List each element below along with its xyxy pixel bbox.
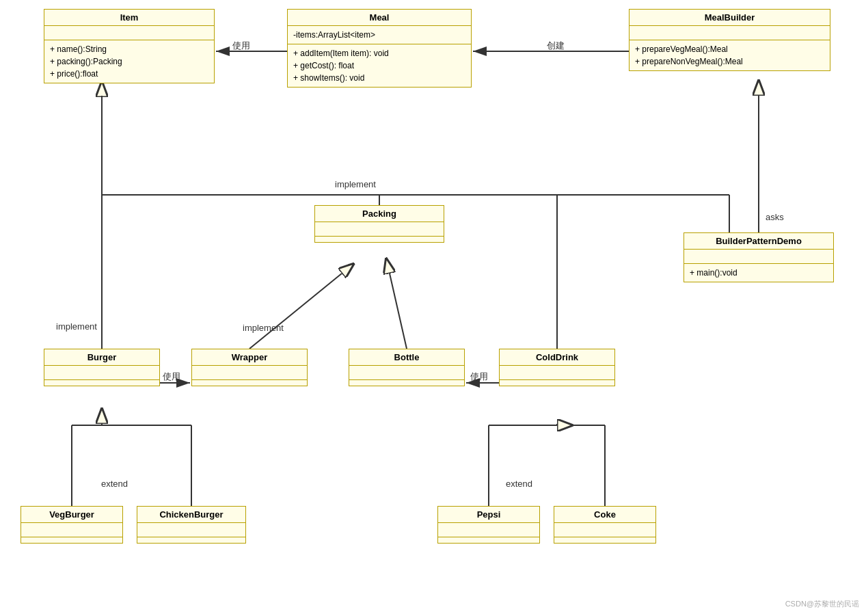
colddrink-attrs <box>500 366 614 380</box>
label-implement-packing2: implement <box>243 323 284 333</box>
vegburger-title: VegBurger <box>21 507 122 523</box>
mealbuilder-box: MealBuilder + prepareVegMeal():Meal + pr… <box>629 9 830 71</box>
coke-box: Coke <box>554 506 656 544</box>
vegburger-box: VegBurger <box>21 506 123 544</box>
diagram-container: 使用 创建 implement implement implement 使用 使… <box>0 0 866 616</box>
packing-methods <box>315 237 444 242</box>
meal-methods: + addItem(Item item): void + getCost(): … <box>288 44 471 87</box>
colddrink-box: ColdDrink <box>499 349 615 386</box>
burger-methods <box>44 380 159 386</box>
vegburger-methods <box>21 537 122 543</box>
item-box: Item + name():String + packing():Packing… <box>44 9 215 83</box>
burger-title: Burger <box>44 349 159 366</box>
burger-attrs <box>44 366 159 380</box>
wrapper-attrs <box>192 366 307 380</box>
label-uses-meal-item: 使用 <box>232 40 250 52</box>
label-uses-bottle: 使用 <box>470 371 488 383</box>
label-implement-burger: implement <box>56 321 97 332</box>
packing-box: Packing <box>314 205 444 243</box>
packing-attrs <box>315 222 444 237</box>
builderpattern-methods: + main():void <box>684 264 833 282</box>
pepsi-title: Pepsi <box>438 507 539 523</box>
mealbuilder-methods: + prepareVegMeal():Meal + prepareNonVegM… <box>630 40 830 70</box>
coke-attrs <box>554 523 655 537</box>
svg-line-10 <box>249 273 342 349</box>
pepsi-box: Pepsi <box>437 506 540 544</box>
label-uses-wrapper: 使用 <box>163 371 180 383</box>
label-creates: 创建 <box>547 40 565 52</box>
wrapper-box: Wrapper <box>191 349 308 386</box>
meal-title: Meal <box>288 10 471 26</box>
colddrink-methods <box>500 380 614 386</box>
svg-line-11 <box>390 273 407 349</box>
meal-attrs: -items:ArrayList<item> <box>288 26 471 44</box>
wrapper-title: Wrapper <box>192 349 307 366</box>
label-extend-burger: extend <box>101 479 128 489</box>
chickenburger-box: ChickenBurger <box>137 506 246 544</box>
pepsi-attrs <box>438 523 539 537</box>
builderpattern-attrs <box>684 250 833 264</box>
wrapper-methods <box>192 380 307 386</box>
pepsi-methods <box>438 537 539 543</box>
coke-methods <box>554 537 655 543</box>
arrows-svg <box>0 0 866 616</box>
mealbuilder-attrs <box>630 26 830 40</box>
vegburger-attrs <box>21 523 122 537</box>
packing-title: Packing <box>315 206 444 222</box>
chickenburger-attrs <box>137 523 245 537</box>
bottle-attrs <box>349 366 464 380</box>
chickenburger-title: ChickenBurger <box>137 507 245 523</box>
watermark: CSDN@苏黎世的民谣 <box>785 599 859 609</box>
builderpattern-box: BuilderPatternDemo + main():void <box>684 232 834 282</box>
item-methods: + name():String + packing():Packing + pr… <box>44 40 214 83</box>
item-title: Item <box>44 10 214 26</box>
colddrink-title: ColdDrink <box>500 349 614 366</box>
bottle-methods <box>349 380 464 386</box>
coke-title: Coke <box>554 507 655 523</box>
builderpattern-title: BuilderPatternDemo <box>684 233 833 250</box>
bottle-title: Bottle <box>349 349 464 366</box>
bottle-box: Bottle <box>349 349 465 386</box>
label-asks: asks <box>766 212 784 222</box>
mealbuilder-title: MealBuilder <box>630 10 830 26</box>
burger-box: Burger <box>44 349 160 386</box>
meal-box: Meal -items:ArrayList<item> + addItem(It… <box>287 9 472 88</box>
label-implement-top: implement <box>335 179 376 189</box>
item-attrs <box>44 26 214 40</box>
chickenburger-methods <box>137 537 245 543</box>
label-extend-colddrink: extend <box>506 479 532 489</box>
